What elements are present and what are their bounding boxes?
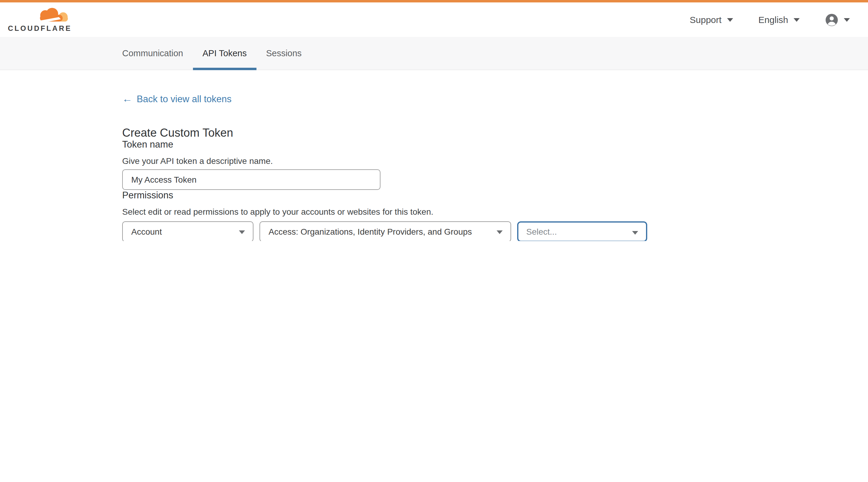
support-menu[interactable]: Support [690,14,733,25]
permissions-description: Select edit or read permissions to apply… [122,207,868,217]
back-to-tokens-link[interactable]: ← Back to view all tokens [122,93,232,105]
permission-level-wrap: Select... Read Edit [517,221,647,241]
permissions-heading: Permissions [122,190,868,201]
cloudflare-cloud-icon [34,7,71,24]
main-content: ← Back to view all tokens Create Custom … [0,70,868,241]
permission-level-select[interactable]: Select... [517,221,647,241]
permission-resource-value: Access: Organizations, Identity Provider… [269,227,472,236]
tab-communication[interactable]: Communication [113,37,193,69]
account-menu[interactable] [825,13,850,26]
chevron-down-icon [844,18,850,22]
page-title: Create Custom Token [122,127,868,139]
cloudflare-dashboard-page: CLOUDFLARE Support English Communicat [0,0,868,241]
top-accent-bar [0,0,868,2]
cloudflare-logo[interactable]: CLOUDFLARE [8,7,72,32]
tab-sessions[interactable]: Sessions [256,37,311,69]
back-arrow-icon: ← [122,93,132,105]
language-menu[interactable]: English [758,14,800,25]
language-label: English [758,14,788,25]
chevron-down-icon [794,18,800,22]
header-nav: Support English [664,13,850,26]
chevron-down-icon [632,231,638,235]
token-name-input[interactable] [122,169,380,190]
permissions-row: Account Access: Organizations, Identity … [122,221,868,241]
header: CLOUDFLARE Support English [0,2,868,37]
back-link-label: Back to view all tokens [137,93,232,105]
chevron-down-icon [239,230,245,234]
chevron-down-icon [727,18,733,22]
token-name-description: Give your API token a descriptive name. [122,156,868,166]
user-avatar-icon [825,13,838,26]
permission-scope-select[interactable]: Account [122,221,253,241]
permission-scope-value: Account [131,227,162,236]
permission-level-placeholder: Select... [526,227,557,236]
chevron-down-icon [497,230,503,234]
support-label: Support [690,14,722,25]
token-name-heading: Token name [122,139,868,150]
permission-resource-select[interactable]: Access: Organizations, Identity Provider… [259,221,511,241]
cloudflare-wordmark: CLOUDFLARE [8,25,72,32]
tab-bar: Communication API Tokens Sessions [0,37,868,70]
tab-api-tokens[interactable]: API Tokens [193,37,256,69]
